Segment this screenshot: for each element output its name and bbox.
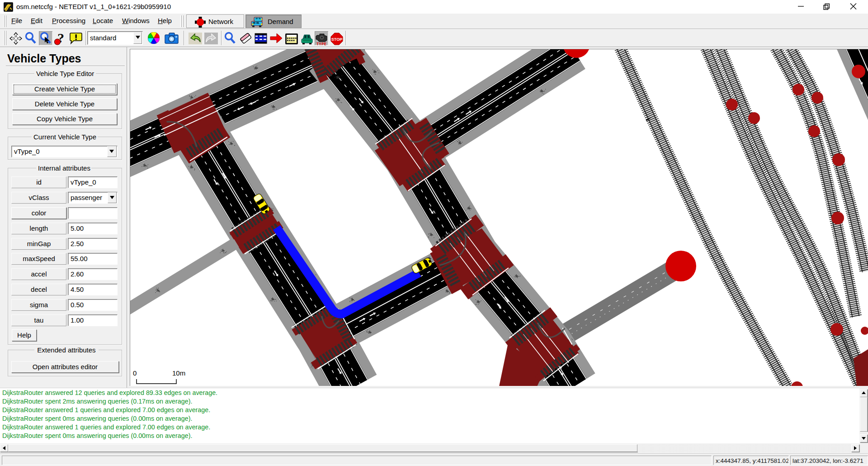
svg-text:0: 0 (133, 369, 137, 377)
svg-text:TYPE: TYPE (316, 42, 326, 46)
svg-text:10m: 10m (172, 369, 185, 377)
svg-text:STOP: STOP (331, 37, 342, 42)
